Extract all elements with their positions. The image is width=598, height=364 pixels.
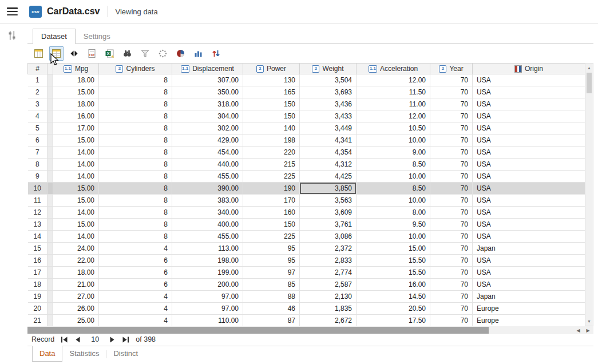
cell-weight[interactable]: 2,833 [300,255,357,267]
cell-origin[interactable]: USA [473,159,585,171]
cell-power[interactable]: 95 [243,255,300,267]
cell-displacement[interactable]: 110.00 [172,315,243,327]
cell-mpg[interactable]: 18.00 [53,98,99,110]
row-indicator-cell[interactable] [47,219,53,231]
cell-year[interactable]: 70 [430,315,473,327]
row-number-cell[interactable]: 1 [28,74,47,86]
cell-year[interactable]: 70 [430,207,473,219]
cell-mpg[interactable]: 14.00 [53,171,99,183]
row-number-cell[interactable]: 18 [28,279,47,291]
cell-mpg[interactable]: 15.00 [53,134,99,147]
cell-weight[interactable]: 4,354 [300,147,357,159]
cell-displacement[interactable]: 383.00 [172,195,243,207]
cell-origin[interactable]: USA [473,134,585,147]
cell-displacement[interactable]: 350.00 [172,86,243,98]
cell-origin[interactable]: USA [473,267,585,279]
cell-weight[interactable]: 3,436 [300,98,357,110]
cell-mpg[interactable]: 22.00 [53,255,99,267]
cell-cylinders[interactable]: 8 [99,110,172,122]
tab-distinct[interactable]: Distinct [106,346,145,361]
row-indicator-cell[interactable] [47,74,53,86]
cell-cylinders[interactable]: 6 [99,255,172,267]
cell-power[interactable]: 97 [243,267,300,279]
row-indicator-cell[interactable] [47,315,53,327]
bar-chart-icon[interactable] [191,46,205,61]
cell-year[interactable]: 70 [430,255,473,267]
cell-weight[interactable]: 3,433 [300,110,357,122]
cell-power[interactable]: 150 [243,110,300,122]
cell-displacement[interactable]: 400.00 [172,219,243,231]
cell-acceleration[interactable]: 8.50 [357,159,430,171]
row-number-cell[interactable]: 11 [28,195,47,207]
cell-displacement[interactable]: 455.00 [172,231,243,243]
cell-acceleration[interactable]: 12.00 [357,110,430,122]
cell-acceleration[interactable]: 8.50 [357,183,430,195]
tab-statistics[interactable]: Statistics [62,346,106,361]
cell-cylinders[interactable]: 8 [99,171,172,183]
cell-weight[interactable]: 3,850 [300,183,357,195]
vertical-scroll-thumb[interactable] [587,73,592,93]
row-indicator-cell[interactable] [47,195,53,207]
cell-acceleration[interactable]: 10.00 [357,134,430,147]
cell-mpg[interactable]: 15.00 [53,219,99,231]
cell-cylinders[interactable]: 8 [99,183,172,195]
cell-origin[interactable]: Europe [473,315,585,327]
cell-year[interactable]: 70 [430,243,473,255]
fit-columns-icon[interactable] [67,46,81,61]
row-indicator-cell[interactable] [47,303,53,315]
cell-displacement[interactable]: 429.00 [172,134,243,147]
prev-record-button[interactable] [74,337,81,343]
cell-acceleration[interactable]: 10.00 [357,231,430,243]
cell-origin[interactable]: USA [473,195,585,207]
row-number-cell[interactable]: 17 [28,267,47,279]
cell-year[interactable]: 70 [430,86,473,98]
cell-origin[interactable]: USA [473,219,585,231]
cell-weight[interactable]: 3,693 [300,86,357,98]
cell-origin[interactable]: USA [473,207,585,219]
export-text-icon[interactable]: TXT [85,46,99,61]
cell-mpg[interactable]: 21.00 [53,279,99,291]
cell-year[interactable]: 70 [430,134,473,147]
cell-mpg[interactable]: 15.00 [53,183,99,195]
cell-power[interactable]: 215 [243,159,300,171]
cell-displacement[interactable]: 113.00 [172,243,243,255]
cell-displacement[interactable]: 97.00 [172,303,243,315]
cell-origin[interactable]: USA [473,74,585,86]
cell-cylinders[interactable]: 8 [99,98,172,110]
cell-origin[interactable]: USA [473,122,585,134]
row-indicator-cell[interactable] [47,267,53,279]
row-indicator-cell[interactable] [47,279,53,291]
cell-origin[interactable]: Europe [473,303,585,315]
cell-weight[interactable]: 3,086 [300,231,357,243]
cell-mpg[interactable]: 14.00 [53,147,99,159]
cell-origin[interactable]: USA [473,231,585,243]
cell-weight[interactable]: 3,761 [300,219,357,231]
cell-year[interactable]: 70 [430,147,473,159]
cell-year[interactable]: 70 [430,195,473,207]
cell-acceleration[interactable]: 10.50 [357,122,430,134]
next-record-button[interactable] [109,337,116,343]
cell-power[interactable]: 165 [243,86,300,98]
filter-icon[interactable] [138,46,152,61]
cell-mpg[interactable]: 16.00 [53,110,99,122]
column-header-blank[interactable]: # [28,64,47,74]
cell-weight[interactable]: 3,504 [300,74,357,86]
cell-mpg[interactable]: 18.00 [53,267,99,279]
column-header-origin[interactable]: Origin [473,64,585,74]
cell-cylinders[interactable]: 8 [99,231,172,243]
cell-power[interactable]: 170 [243,195,300,207]
cell-cylinders[interactable]: 4 [99,303,172,315]
cell-origin[interactable]: USA [473,110,585,122]
row-indicator-cell[interactable] [47,207,53,219]
cell-mpg[interactable]: 14.00 [53,207,99,219]
cell-displacement[interactable]: 302.00 [172,122,243,134]
menu-icon[interactable] [7,7,18,15]
cell-weight[interactable]: 2,372 [300,243,357,255]
row-number-cell[interactable]: 15 [28,243,47,255]
cell-power[interactable]: 95 [243,243,300,255]
scroll-down-icon[interactable]: ▼ [585,318,593,325]
row-indicator-cell[interactable] [47,171,53,183]
cell-mpg[interactable]: 27.00 [53,291,99,303]
row-number-cell[interactable]: 10 [28,183,47,195]
cell-acceleration[interactable]: 20.50 [357,303,430,315]
